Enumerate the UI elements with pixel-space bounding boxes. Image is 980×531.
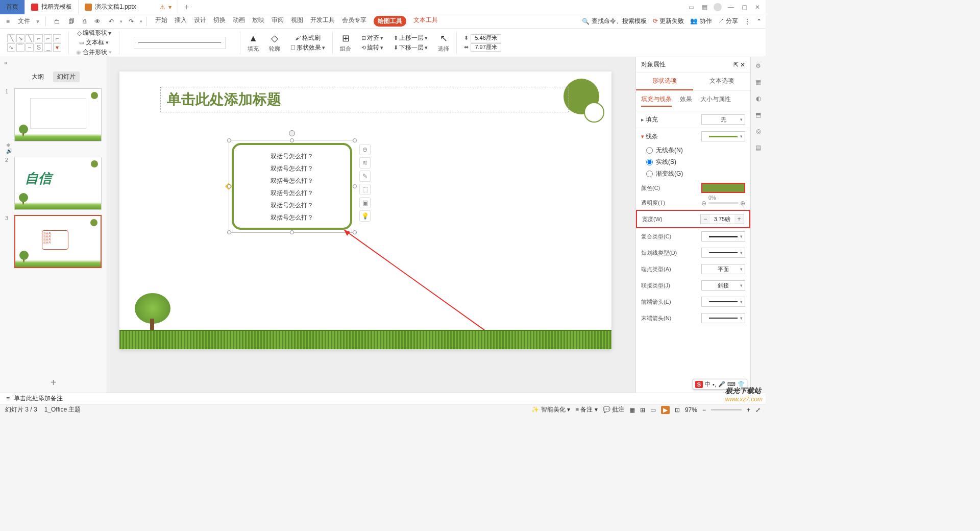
radio-solid-input[interactable] [646, 159, 653, 165]
ime-mic-icon[interactable]: 🎤 [718, 381, 725, 388]
radio-gradient[interactable]: 渐变线(G) [636, 168, 750, 180]
tab-dev[interactable]: 开发工具 [310, 16, 335, 27]
tab-vip[interactable]: 会员专享 [342, 16, 366, 27]
format-painter[interactable]: 🖌 格式刷 [295, 34, 321, 42]
tool-bulb[interactable]: 💡 [359, 210, 371, 222]
cap-select[interactable]: 平面 [701, 264, 745, 274]
trans-slider[interactable]: 0% [708, 202, 738, 204]
tab-view[interactable]: 视图 [291, 16, 303, 27]
tab-drawing[interactable]: 绘图工具 [374, 16, 406, 27]
rail-lib-icon[interactable]: ⬒ [754, 110, 763, 119]
outline-icon[interactable]: ◇ [271, 33, 278, 44]
fill-select[interactable]: 无 [701, 114, 745, 125]
title-placeholder[interactable]: 单击此处添加标题 [160, 87, 569, 112]
line-header[interactable]: ▾ 线条 [641, 132, 658, 141]
tab-shape-opt[interactable]: 形状选项 [636, 73, 693, 90]
radio-solid[interactable]: 实线(S) [636, 156, 750, 168]
tab-outline[interactable]: 大纲 [28, 71, 48, 82]
layout1-icon[interactable]: ▭ [687, 3, 695, 11]
textbox-button[interactable]: ▭ 文本框 ▾ [79, 38, 109, 47]
saveas-icon[interactable]: 🗐 [66, 17, 77, 26]
notes-button[interactable]: ≡ 备注 ▾ [575, 405, 598, 414]
height-input[interactable] [471, 34, 501, 42]
handle-tc[interactable] [290, 138, 294, 142]
handle-mr[interactable] [353, 184, 357, 188]
thumbnail-1[interactable]: 1 [5, 88, 102, 141]
ime-punct[interactable]: •, [713, 381, 716, 388]
line-style-gallery[interactable] [124, 29, 236, 57]
view-sorter-icon[interactable]: ⊞ [640, 406, 645, 414]
tab-insert[interactable]: 插入 [175, 16, 187, 27]
radio-noline-input[interactable] [646, 147, 653, 154]
view-reading-icon[interactable]: ▭ [650, 406, 656, 414]
play-button[interactable]: ▶ [661, 406, 670, 414]
search-box[interactable]: 🔍查找命令、搜索模板 [582, 17, 647, 26]
tab-new[interactable]: + [178, 0, 195, 14]
redo-icon[interactable]: ↷ [127, 17, 136, 26]
line-preview[interactable] [701, 131, 745, 141]
share-button[interactable]: ↗ 分享 [718, 17, 738, 26]
join-select[interactable]: 斜接 [701, 280, 745, 291]
lines-gallery[interactable]: ╲↘╲⌐⌐⌐ ∿⌒~S⎯▾ [4, 29, 64, 57]
close-panel-icon[interactable]: ✕ [740, 61, 745, 68]
grid-icon[interactable]: ▦ [700, 3, 708, 11]
coop-button[interactable]: 👥 协作 [690, 17, 712, 26]
trans-plus[interactable]: ⊕ [740, 200, 745, 207]
tab-slideshow[interactable]: 放映 [252, 16, 264, 27]
fill-icon[interactable]: ▲ [249, 33, 258, 44]
undo-icon[interactable]: ↶ [107, 17, 116, 26]
rail-shape-icon[interactable]: ◐ [754, 94, 763, 103]
minimize-icon[interactable]: — [727, 3, 735, 11]
add-slide-button[interactable]: + [0, 373, 107, 393]
expand-icon[interactable]: ⌃ [756, 18, 762, 25]
comments-button[interactable]: 💬 批注 [603, 405, 624, 414]
rail-style-icon[interactable]: ▦ [754, 78, 763, 87]
radio-gradient-input[interactable] [646, 171, 653, 177]
tool-frame[interactable]: ▣ [359, 197, 371, 208]
handle-br[interactable] [353, 230, 357, 234]
thumbnail-2[interactable]: 2自信 [5, 157, 102, 210]
save-icon[interactable]: 🗀 [52, 17, 62, 26]
tab-review[interactable]: 审阅 [272, 16, 284, 27]
tab-text[interactable]: 文本工具 [413, 16, 438, 27]
tab-home[interactable]: 首页 [0, 0, 25, 14]
beautify-button[interactable]: ✨ 智能美化 ▾ [531, 405, 570, 414]
thumbnail-3[interactable]: 3双括号双括号双括号双括号 [5, 215, 102, 268]
rail-layer-icon[interactable]: ▤ [754, 143, 763, 152]
rail-pin-icon[interactable]: ◎ [754, 127, 763, 136]
outline-button[interactable]: 轮廓 [269, 45, 280, 53]
subtab-size[interactable]: 大小与属性 [700, 95, 731, 107]
trans-minus[interactable]: ⊖ [701, 200, 706, 207]
file-menu[interactable]: 文件 [16, 16, 32, 27]
update-fail[interactable]: ⟳ 更新失败 [653, 17, 684, 26]
tab-text-opt[interactable]: 文本选项 [693, 73, 750, 90]
tab-animation[interactable]: 动画 [233, 16, 245, 27]
fit-icon[interactable]: ⤢ [755, 406, 761, 414]
collapse-icon[interactable]: « [0, 57, 107, 68]
select-button[interactable]: 选择 [438, 45, 449, 53]
user-avatar-icon[interactable] [714, 3, 722, 11]
up-button[interactable]: ⬆ 上移一层 ▾ [394, 34, 428, 42]
file-dd-icon[interactable]: ▾ [36, 18, 39, 25]
rotate-button[interactable]: ⟲ 旋转 ▾ [361, 43, 383, 52]
print-icon[interactable]: ⎙ [81, 17, 88, 26]
subtab-fill-line[interactable]: 填充与线条 [641, 95, 672, 107]
rotate-handle[interactable] [289, 130, 295, 136]
tab-document[interactable]: 演示文稿1.pptx⚠▾ [79, 0, 178, 14]
arrow1-select[interactable] [701, 297, 745, 307]
rounded-rect-shape[interactable]: 双括号怎么打？ 双括号怎么打？ 双括号怎么打？ 双括号怎么打？ 双括号怎么打？ … [232, 143, 352, 230]
fill-button[interactable]: 填充 [248, 45, 259, 53]
group-button[interactable]: 组合 [340, 45, 351, 53]
handle-tl[interactable] [227, 138, 231, 142]
tool-minus[interactable]: ⊖ [359, 144, 371, 155]
zoom-reset[interactable]: ⊡ [675, 406, 680, 414]
color-picker[interactable] [701, 183, 745, 193]
handle-ml[interactable] [227, 184, 231, 188]
rail-tune-icon[interactable]: ⚙ [754, 61, 763, 70]
undo-dd[interactable]: ▾ [120, 19, 122, 24]
edit-shape-button[interactable]: ◇ 编辑形状 ▾ [77, 29, 111, 37]
zoom-slider[interactable] [711, 409, 742, 411]
compound-select[interactable] [701, 231, 745, 242]
view-normal-icon[interactable]: ▦ [629, 406, 635, 414]
more-icon[interactable]: ⋮ [744, 18, 750, 25]
